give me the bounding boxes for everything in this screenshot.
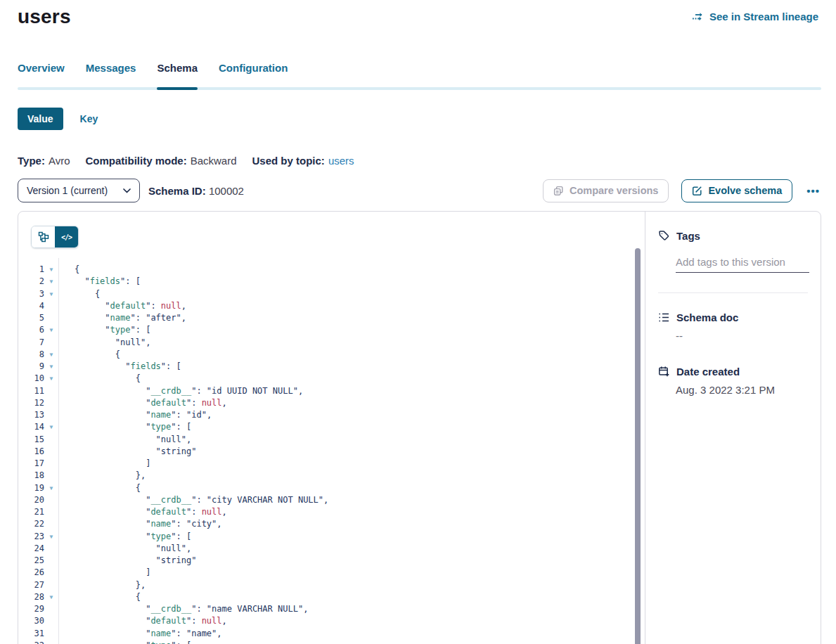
collapse-arrow-spacer <box>44 300 58 312</box>
code-line: 15"null", <box>18 434 627 446</box>
schema-doc-title: Schema doc <box>676 311 738 323</box>
line-number: 20 <box>18 494 44 506</box>
schema-meta-row: Type: Avro Compatibility mode: Backward … <box>18 155 354 167</box>
tree-view-button[interactable] <box>32 226 55 247</box>
code-text: "type": [ <box>58 640 191 644</box>
collapse-arrow-icon[interactable]: ▼ <box>44 421 58 433</box>
compatibility-value: Backward <box>191 155 237 167</box>
line-number: 23 <box>18 531 44 543</box>
schema-code-viewer[interactable]: 1▼{2▼"fields": [3▼{4"default": null,5"na… <box>18 258 627 644</box>
code-line: 28▼{ <box>18 591 627 603</box>
lineage-link-label: See in Stream lineage <box>709 11 818 22</box>
collapse-arrow-icon[interactable]: ▼ <box>44 591 58 603</box>
code-line: 5"name": "after", <box>18 312 627 324</box>
code-line: 12"default": null, <box>18 397 627 409</box>
add-tags-input[interactable] <box>676 256 809 273</box>
see-in-stream-lineage-link[interactable]: See in Stream lineage <box>692 11 818 22</box>
collapse-arrow-icon[interactable]: ▼ <box>44 640 58 644</box>
code-scrollbar[interactable] <box>635 248 641 644</box>
collapse-arrow-icon[interactable]: ▼ <box>44 482 58 494</box>
code-line: 20"__crdb__": "city VARCHAR NOT NULL", <box>18 494 627 506</box>
page-title: users <box>18 6 71 28</box>
line-number: 16 <box>18 446 44 458</box>
collapse-arrow-spacer <box>44 434 58 446</box>
compare-versions-button[interactable]: Compare versions <box>543 179 669 202</box>
code-line: 3▼{ <box>18 288 627 300</box>
code-text: "default": null, <box>58 397 227 409</box>
code-line: 29"__crdb__": "name VARCHAR NULL", <box>18 603 627 615</box>
code-text: "string" <box>58 446 196 458</box>
evolve-schema-button[interactable]: Evolve schema <box>681 179 792 202</box>
line-number: 11 <box>18 385 44 397</box>
collapse-arrow-icon[interactable]: ▼ <box>44 276 58 288</box>
collapse-arrow-icon[interactable]: ▼ <box>44 324 58 336</box>
compare-versions-icon <box>553 186 564 196</box>
code-text: "__crdb__": "id UUID NOT NULL", <box>58 385 303 397</box>
tab-schema[interactable]: Schema <box>157 62 198 90</box>
list-icon <box>658 311 670 323</box>
collapse-arrow-icon[interactable]: ▼ <box>44 349 58 361</box>
code-line: 30"default": null, <box>18 615 627 627</box>
code-line: 7"null", <box>18 337 627 349</box>
line-number: 6 <box>18 324 44 336</box>
code-text: "fields": [ <box>58 276 141 288</box>
code-view-button[interactable]: </> <box>55 226 78 247</box>
collapse-arrow-spacer <box>44 494 58 506</box>
value-toggle-button[interactable]: Value <box>18 108 63 130</box>
code-line: 18}, <box>18 470 627 482</box>
collapse-arrow-spacer <box>44 555 58 567</box>
line-number: 28 <box>18 591 44 603</box>
code-line: 16"string" <box>18 446 627 458</box>
code-view-icon: </> <box>61 233 72 241</box>
code-line: 21"default": null, <box>18 506 627 518</box>
code-text: "fields": [ <box>58 361 181 373</box>
code-text: "name": "after", <box>58 312 186 324</box>
code-lines: 1▼{2▼"fields": [3▼{4"default": null,5"na… <box>18 258 627 644</box>
collapse-arrow-icon[interactable]: ▼ <box>44 531 58 543</box>
code-text: "type": [ <box>58 531 191 543</box>
line-number: 30 <box>18 615 44 627</box>
collapse-arrow-icon[interactable]: ▼ <box>44 264 58 276</box>
line-number: 15 <box>18 434 44 446</box>
tab-underline-track <box>18 87 821 90</box>
code-text: "null", <box>58 434 191 446</box>
evolve-schema-label: Evolve schema <box>708 185 782 196</box>
used-by-topic-link[interactable]: users <box>328 155 354 167</box>
code-text: ] <box>58 458 150 470</box>
compare-versions-label: Compare versions <box>570 185 659 196</box>
tags-section-header: Tags <box>658 230 808 242</box>
code-text: { <box>58 373 141 385</box>
collapse-arrow-spacer <box>44 337 58 349</box>
collapse-arrow-icon[interactable]: ▼ <box>44 361 58 373</box>
collapse-arrow-spacer <box>44 567 58 579</box>
code-text: ] <box>58 567 150 579</box>
collapse-arrow-icon[interactable]: ▼ <box>44 288 58 300</box>
code-text: "type": [ <box>58 324 150 336</box>
code-text: "name": "city", <box>58 518 222 530</box>
code-line: 8▼{ <box>18 349 627 361</box>
tab-messages[interactable]: Messages <box>86 62 136 90</box>
sidebar-divider <box>658 292 808 293</box>
line-number: 2 <box>18 276 44 288</box>
version-select[interactable]: Version 1 (current) <box>18 179 140 202</box>
line-number: 32 <box>18 640 44 644</box>
collapse-arrow-icon[interactable]: ▼ <box>44 373 58 385</box>
line-number: 25 <box>18 555 44 567</box>
line-number: 17 <box>18 458 44 470</box>
chevron-down-icon <box>123 188 131 193</box>
tab-overview[interactable]: Overview <box>18 62 65 90</box>
code-line: 24"null", <box>18 543 627 555</box>
collapse-arrow-spacer <box>44 615 58 627</box>
code-line: 4"default": null, <box>18 300 627 312</box>
code-line: 6▼"type": [ <box>18 324 627 336</box>
code-text: "__crdb__": "name VARCHAR NULL", <box>58 603 308 615</box>
tab-configuration[interactable]: Configuration <box>219 62 288 90</box>
type-value: Avro <box>49 155 70 167</box>
value-key-toggle: Value Key <box>18 108 98 130</box>
key-toggle-button[interactable]: Key <box>80 113 98 124</box>
collapse-arrow-spacer <box>44 543 58 555</box>
collapse-arrow-spacer <box>44 458 58 470</box>
code-line: 25"string" <box>18 555 627 567</box>
more-options-button[interactable]: ••• <box>805 182 821 200</box>
calendar-plus-icon <box>658 366 670 378</box>
